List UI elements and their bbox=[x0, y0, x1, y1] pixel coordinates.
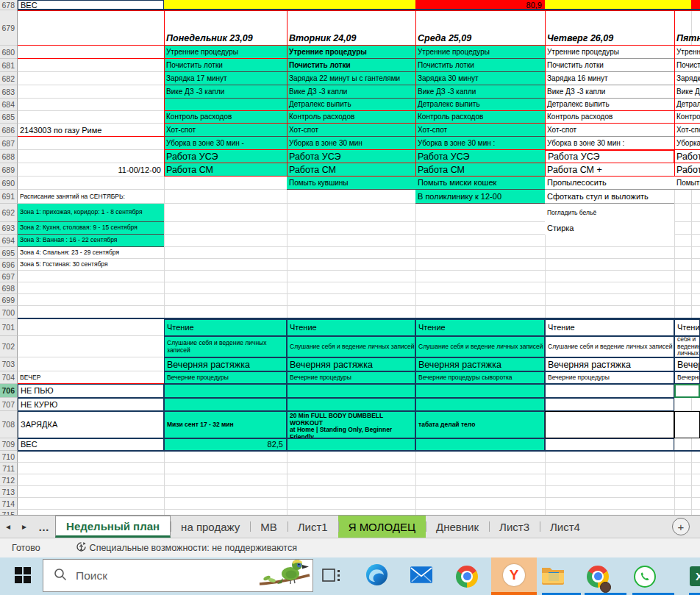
cell-D680[interactable]: Утренние процедуры bbox=[415, 46, 545, 59]
row-header-710[interactable]: 710 bbox=[0, 451, 18, 463]
cell-C704[interactable]: Вечерние процедуры bbox=[287, 371, 415, 384]
cell-B708[interactable]: Мизи сент 17 - 32 мин bbox=[164, 411, 287, 438]
cell-D707[interactable] bbox=[415, 398, 545, 411]
cell-A686[interactable]: 2143003 по газу Риме bbox=[18, 124, 164, 137]
cell-E706[interactable] bbox=[545, 384, 674, 398]
row-header-695[interactable]: 695 bbox=[0, 247, 18, 259]
row-header-704[interactable]: 704 bbox=[0, 371, 18, 384]
cell-E704[interactable]: Вечерние процедуры bbox=[545, 371, 674, 384]
cell-E684[interactable]: Детралекс выпить bbox=[545, 99, 674, 111]
cell-C709[interactable] bbox=[287, 438, 415, 451]
row-header-701[interactable]: 701 bbox=[0, 319, 18, 336]
cell-F679[interactable]: Пятница 27,09 bbox=[674, 10, 700, 46]
cell-C686[interactable]: Хот-спот bbox=[287, 124, 415, 137]
row-header-693[interactable]: 693 bbox=[0, 222, 18, 235]
cell-F706[interactable] bbox=[674, 384, 700, 398]
yandex-browser-taskbar-button[interactable]: Y bbox=[491, 557, 537, 595]
cell-A696[interactable]: Зона 5: Гостиная: 30 сентября bbox=[18, 259, 164, 271]
cell-C679[interactable]: Вторник 24,09 bbox=[287, 10, 415, 46]
cell-C683[interactable]: Вике ДЗ -3 капли bbox=[287, 85, 415, 99]
row-header-712[interactable]: 712 bbox=[0, 474, 18, 486]
edge-taskbar-button[interactable] bbox=[362, 557, 391, 595]
sheet-tab-5[interactable]: Я МОЛОДЕЦ bbox=[338, 516, 426, 538]
cell-B689[interactable]: Работа СМ bbox=[164, 163, 287, 177]
row-header-691[interactable]: 691 bbox=[0, 190, 18, 204]
cell-B703[interactable]: Вечерняя растяжка bbox=[164, 357, 287, 371]
sheet-tab-2[interactable]: на продажу bbox=[171, 516, 250, 538]
cell-E679[interactable]: Четверг 26,09 bbox=[545, 10, 674, 46]
cell-F689[interactable]: Работа СМ bbox=[674, 163, 700, 177]
cell-A689[interactable]: 11-00/12-00 bbox=[18, 163, 164, 177]
accessibility-icon[interactable] bbox=[76, 541, 87, 555]
cell-A691[interactable]: Расписание занятий на СЕНТЯБРЬ: bbox=[18, 190, 164, 204]
mail-taskbar-button[interactable] bbox=[407, 557, 436, 595]
cell-C690[interactable]: Помыть кувшины bbox=[287, 177, 415, 190]
row-header-685[interactable]: 685 bbox=[0, 111, 18, 124]
cell-D682[interactable]: Зарядка 30 минут bbox=[415, 72, 545, 85]
cell-A695[interactable]: Зона 4: Спальня: 23 - 29 сентября bbox=[18, 247, 164, 259]
row-header-713[interactable]: 713 bbox=[0, 486, 18, 498]
cell-E691[interactable]: Сфоткать стул и выложить bbox=[545, 190, 674, 204]
cell-E688[interactable]: Работа УСЭ bbox=[545, 150, 674, 163]
cell-E701[interactable]: Чтение bbox=[545, 319, 674, 336]
task-view-button[interactable] bbox=[319, 557, 344, 595]
row-header-706[interactable]: 706 bbox=[0, 384, 18, 398]
row-header-688[interactable]: 688 bbox=[0, 150, 18, 163]
cell-F682[interactable]: Зарядка 16 минут bbox=[674, 72, 700, 85]
cell-C682[interactable]: Зарядка 22 минут ы с гантелями bbox=[287, 72, 415, 85]
cell-F704[interactable]: Вечерние процедуры bbox=[674, 371, 700, 384]
row-header-692[interactable]: 692 bbox=[0, 204, 18, 222]
row-header-697[interactable]: 697 bbox=[0, 271, 18, 282]
cell-C706[interactable] bbox=[287, 384, 415, 398]
cell-A708[interactable]: ЗАРЯДКА bbox=[18, 411, 164, 438]
cell-D708[interactable]: табата делай тело bbox=[415, 411, 545, 438]
cell-C707[interactable] bbox=[287, 398, 415, 411]
cell-E680[interactable]: Утренние процедуры bbox=[545, 46, 674, 59]
sheet-tab-7[interactable]: Лист3 bbox=[489, 516, 540, 538]
chrome-profile-taskbar-button[interactable] bbox=[583, 557, 612, 595]
row-header-679[interactable]: 679 bbox=[0, 10, 18, 46]
cell-A704[interactable]: ВЕЧЕР bbox=[18, 371, 164, 384]
row-header-698[interactable]: 698 bbox=[0, 282, 18, 294]
cell-E703[interactable]: Вечерняя растяжка bbox=[545, 357, 674, 371]
whatsapp-taskbar-button[interactable] bbox=[630, 557, 660, 595]
row-header-699[interactable]: 699 bbox=[0, 294, 18, 306]
cell-D701[interactable]: Чтение bbox=[415, 319, 545, 336]
cell-D686[interactable]: Хот-спот bbox=[415, 124, 545, 137]
start-button[interactable] bbox=[6, 557, 40, 595]
row-header-711[interactable]: 711 bbox=[0, 463, 18, 474]
cell-E681[interactable]: Почистить лотки bbox=[545, 59, 674, 72]
cell-B688[interactable]: Работа УСЭ bbox=[164, 150, 287, 163]
cell-E692[interactable]: Погладить бельё bbox=[545, 204, 674, 222]
cell-F685[interactable]: Контроль расходов bbox=[674, 111, 700, 124]
cell-F688[interactable]: Работа УСЭ bbox=[674, 150, 700, 163]
sheet-tab-4[interactable]: Лист1 bbox=[288, 516, 338, 538]
row-header-714[interactable]: 714 bbox=[0, 498, 18, 510]
row-header-707[interactable]: 707 bbox=[0, 398, 18, 411]
cell-D690[interactable]: Помыть миски кошек bbox=[415, 177, 545, 190]
cell-D703[interactable]: Вечерняя растяжка bbox=[415, 357, 545, 371]
row-header-690[interactable]: 690 bbox=[0, 177, 18, 190]
cell-F680[interactable]: Утренние процедуры bbox=[674, 46, 700, 59]
cell-F686[interactable]: Хот-спот bbox=[674, 124, 700, 137]
row-header-684[interactable]: 684 bbox=[0, 99, 18, 111]
cell-D706[interactable] bbox=[415, 384, 545, 398]
cell-F702[interactable]: Слушание себя и ведение личных записей bbox=[674, 336, 700, 357]
cell-B704[interactable]: Вечерние процедуры bbox=[164, 371, 287, 384]
row-header-703[interactable]: 703 bbox=[0, 357, 18, 371]
cell-B680[interactable]: Утренние процедуры bbox=[164, 46, 287, 59]
cell-C681[interactable]: Почистить лотки bbox=[287, 59, 415, 72]
cell-B679[interactable]: Понедельник 23,09 bbox=[164, 10, 287, 46]
cell-C684[interactable]: Детралекс выпить bbox=[287, 99, 415, 111]
row-header-702[interactable]: 702 bbox=[0, 336, 18, 357]
sheet-tab-6[interactable]: Дневник bbox=[426, 516, 489, 538]
cell-E689[interactable]: Работа СМ + bbox=[545, 163, 674, 177]
add-sheet-button[interactable]: + bbox=[672, 518, 690, 535]
row-header-683[interactable]: 683 bbox=[0, 85, 18, 99]
sheet-tab-overflow[interactable]: … bbox=[32, 516, 55, 538]
cell-D679[interactable]: Среда 25,09 bbox=[415, 10, 545, 46]
cell-F684[interactable]: Детралекс выпить bbox=[674, 99, 700, 111]
row-header-687[interactable]: 687 bbox=[0, 137, 18, 150]
row-header-681[interactable]: 681 bbox=[0, 59, 18, 72]
file-explorer-taskbar-button[interactable] bbox=[538, 557, 568, 595]
